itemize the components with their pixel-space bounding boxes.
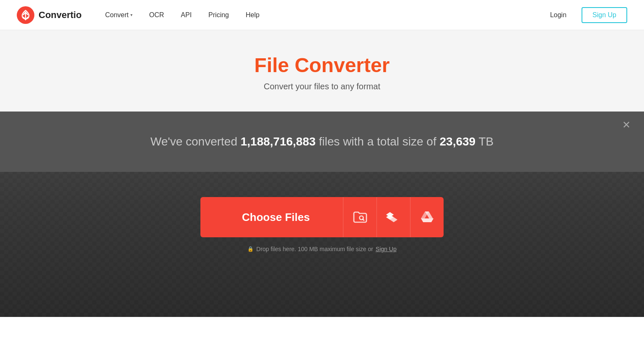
dropbox-icon [386,210,401,225]
stats-band: We've converted 1,188,716,883 files with… [0,112,644,172]
login-button[interactable]: Login [543,8,573,22]
lock-icon: 🔒 [247,246,254,252]
files-count: 1,188,716,883 [241,135,316,148]
logo-link[interactable]: Convertio [17,6,82,24]
signup-link[interactable]: Sign Up [376,246,397,252]
nav-item-help[interactable]: Help [239,8,266,22]
svg-line-3 [363,219,364,221]
local-file-icon-button[interactable] [343,197,377,237]
choose-files-label: Choose Files [200,211,343,224]
drop-info: 🔒 Drop files here. 100 MB maximum file s… [247,246,396,252]
nav-item-convert[interactable]: Convert ▾ [99,8,139,22]
page-title: File Converter [17,54,627,77]
close-button[interactable]: ✕ [622,120,631,130]
size-count: 23,639 [439,135,475,148]
google-drive-icon [420,210,435,225]
choose-files-button[interactable]: Choose Files [200,197,444,237]
nav-item-ocr[interactable]: OCR [143,8,171,22]
folder-search-icon [353,210,368,225]
logo-text: Convertio [39,10,82,21]
chevron-down-icon: ▾ [130,13,132,17]
nav-item-pricing[interactable]: Pricing [202,8,236,22]
nav-item-api[interactable]: API [174,8,198,22]
logo-icon [17,6,34,24]
dropbox-icon-button[interactable] [377,197,410,237]
upload-area: Choose Files [0,172,644,269]
main-nav: Convert ▾ OCR API Pricing Help [99,8,543,22]
google-drive-icon-button[interactable] [410,197,444,237]
hero-section: File Converter Convert your files to any… [0,30,644,112]
stats-text: We've converted 1,188,716,883 files with… [17,135,627,148]
main-section: ✕ We've converted 1,188,716,883 files wi… [0,112,644,317]
header-actions: Login Sign Up [543,7,627,23]
header: Convertio Convert ▾ OCR API Pricing Help… [0,0,644,30]
hero-subtitle: Convert your files to any format [17,82,627,91]
signup-button[interactable]: Sign Up [582,7,627,23]
